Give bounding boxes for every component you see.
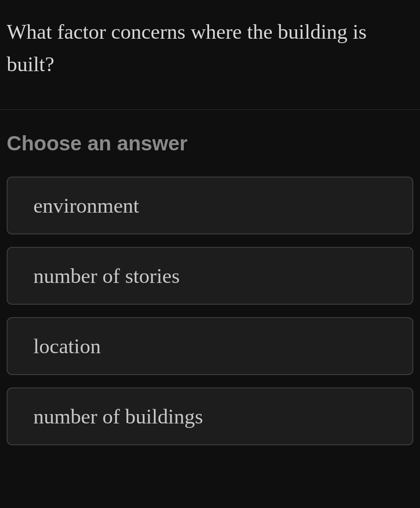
answer-option-label: location xyxy=(33,335,101,358)
answer-section: Choose an answer environment number of s… xyxy=(0,110,420,445)
answer-option-label: number of buildings xyxy=(33,405,203,428)
answer-option-number-of-buildings[interactable]: number of buildings xyxy=(7,387,413,445)
question-section: What factor concerns where the building … xyxy=(0,0,420,109)
question-text: What factor concerns where the building … xyxy=(7,16,413,81)
answer-option-environment[interactable]: environment xyxy=(7,177,413,234)
answer-option-location[interactable]: location xyxy=(7,317,413,375)
answer-options-list: environment number of stories location n… xyxy=(7,177,413,445)
answer-prompt: Choose an answer xyxy=(7,131,413,155)
answer-option-number-of-stories[interactable]: number of stories xyxy=(7,247,413,305)
answer-option-label: number of stories xyxy=(33,264,180,287)
answer-option-label: environment xyxy=(33,194,139,217)
